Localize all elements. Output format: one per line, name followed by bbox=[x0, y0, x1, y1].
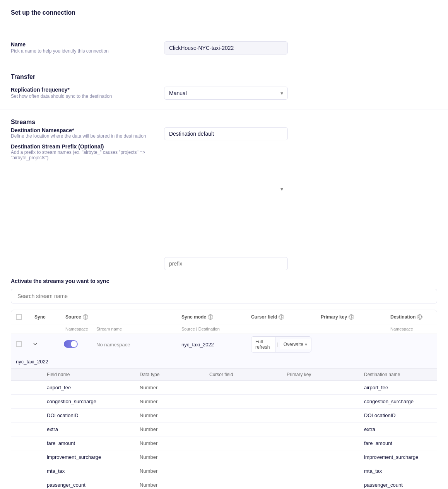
primary-key-header: Primary key ⓘ bbox=[316, 310, 386, 324]
field-dest-cell: mta_tax bbox=[359, 464, 437, 478]
stream-toggle-cell bbox=[61, 336, 92, 353]
field-dest-cell: congestion_surcharge bbox=[359, 395, 437, 408]
fields-header-row: Field name Data type Cursor field Primar… bbox=[11, 369, 437, 381]
dest-namespace-value: <destination schema> bbox=[437, 339, 437, 350]
field-row: mta_tax Number mta_tax bbox=[11, 464, 437, 478]
stream-toggle[interactable] bbox=[64, 340, 78, 348]
streams-section: Streams Destination Namespace* Define th… bbox=[0, 109, 448, 489]
field-row: airport_fee Number airport_fee bbox=[11, 381, 437, 395]
dest-stream-cell: nyc_taxi_2022 bbox=[11, 355, 30, 368]
field-row: improvement_surcharge Number improvement… bbox=[11, 450, 437, 464]
sync-mode-chevron-icon: ▾ bbox=[305, 342, 307, 347]
namespace-subheader: Namespace bbox=[61, 324, 92, 334]
replication-label-block: Replication frequency* Set how often dat… bbox=[11, 87, 158, 99]
cursor-field-header: Cursor field ⓘ bbox=[246, 310, 316, 324]
field-type-cell: Number bbox=[135, 381, 205, 394]
field-dest-cell: fare_amount bbox=[359, 436, 437, 450]
fields-rows-container: airport_fee Number airport_fee congestio… bbox=[11, 381, 437, 489]
field-row: congestion_surcharge Number congestion_s… bbox=[11, 395, 437, 409]
field-primary-cell bbox=[282, 440, 359, 447]
dest-prefix-desc: Add a prefix to stream names (ex. "airby… bbox=[11, 150, 158, 160]
field-dest-cell: improvement_surcharge bbox=[359, 450, 437, 464]
field-cell-empty bbox=[11, 426, 42, 433]
sync-label-header: Sync bbox=[30, 310, 61, 324]
name-label-block: Name Pick a name to help you identify th… bbox=[11, 41, 158, 54]
sync-mode-header: Sync mode ⓘ bbox=[177, 310, 246, 324]
field-cursor-cell bbox=[205, 398, 282, 406]
sync-header bbox=[11, 310, 30, 324]
streams-title: Streams bbox=[11, 119, 437, 126]
name-description: Pick a name to help you identify this co… bbox=[11, 48, 158, 54]
field-type-cell: Number bbox=[135, 409, 205, 422]
field-dest-cell: extra bbox=[359, 423, 437, 436]
replication-select[interactable]: Manual Every hour Every day Every week bbox=[164, 87, 288, 100]
dest-namespace-select-wrapper[interactable]: Destination default Custom Mirror source bbox=[164, 127, 288, 251]
dest-stream-name: nyc_taxi_2022 bbox=[16, 359, 48, 365]
dest-namespace-cell: <destination schema> bbox=[432, 335, 437, 354]
stream-checkbox[interactable] bbox=[16, 341, 22, 347]
destination-info-icon[interactable]: ⓘ bbox=[417, 314, 422, 320]
data-type-header: Data type bbox=[135, 369, 205, 380]
field-type-cell: Number bbox=[135, 464, 205, 478]
field-cell-empty bbox=[11, 440, 42, 447]
streams-table: Sync Source ⓘ Sync mode ⓘ Cursor field ⓘ… bbox=[11, 310, 437, 489]
source-info-icon[interactable]: ⓘ bbox=[83, 314, 88, 320]
replication-label: Replication frequency* bbox=[11, 87, 158, 93]
field-row: DOLocationID Number DOLocationID bbox=[11, 409, 437, 423]
field-cursor-cell bbox=[205, 481, 282, 489]
field-cell-empty bbox=[11, 481, 42, 489]
dest-namespace-desc: Define the location where the data will … bbox=[11, 133, 158, 139]
fields-table: Field name Data type Cursor field Primar… bbox=[11, 369, 437, 489]
dest-stream-name-subheader: Stream name bbox=[432, 324, 437, 334]
field-dest-cell: DOLocationID bbox=[359, 409, 437, 422]
transfer-section: Transfer Replication frequency* Set how … bbox=[0, 64, 448, 109]
stream-name: nyc_taxi_2022 bbox=[181, 342, 214, 348]
dest-prefix-label: Destination Stream Prefix (Optional) bbox=[11, 143, 158, 150]
field-primary-cell bbox=[282, 398, 359, 406]
field-name-cell: congestion_surcharge bbox=[42, 395, 135, 408]
field-cell-empty bbox=[11, 398, 42, 406]
field-primary-cell bbox=[282, 481, 359, 489]
field-primary-cell bbox=[282, 384, 359, 392]
field-name-header: Field name bbox=[42, 369, 135, 380]
field-row: extra Number extra bbox=[11, 423, 437, 436]
table-subheader-row: Namespace Stream name Source | Destinati… bbox=[11, 324, 437, 334]
primary-key-cell bbox=[386, 341, 432, 348]
dest-namespace-select[interactable]: Destination default Custom Mirror source bbox=[164, 127, 288, 140]
dest-prefix-input[interactable] bbox=[164, 257, 288, 270]
cursor-field-col-header: Cursor field bbox=[205, 369, 282, 380]
sync-mode-cell: Full refresh | Overwrite ▾ bbox=[246, 334, 316, 355]
field-cursor-cell bbox=[205, 440, 282, 447]
cursor-info-icon[interactable]: ⓘ bbox=[279, 314, 284, 320]
chevron-down-icon[interactable] bbox=[32, 341, 38, 347]
field-primary-cell bbox=[282, 426, 359, 433]
sync-mode-right[interactable]: Overwrite ▾ bbox=[280, 339, 311, 349]
field-row: passenger_count Number passenger_count bbox=[11, 478, 437, 489]
field-primary-cell bbox=[282, 467, 359, 475]
stream-expand-cell bbox=[30, 337, 61, 352]
field-type-cell: Number bbox=[135, 436, 205, 450]
field-cursor-cell bbox=[205, 453, 282, 461]
field-name-cell: DOLocationID bbox=[42, 409, 135, 422]
select-all-checkbox[interactable] bbox=[16, 314, 22, 320]
sync-mode-info-icon[interactable]: ⓘ bbox=[208, 314, 213, 320]
destination-ns-block: Destination Namespace* Define the locati… bbox=[11, 127, 437, 270]
field-cell-empty bbox=[11, 453, 42, 461]
primary-key-info-icon[interactable]: ⓘ bbox=[349, 314, 354, 320]
name-section: Name Pick a name to help you identify th… bbox=[0, 32, 448, 64]
stream-row: No namespace nyc_taxi_2022 Full refresh … bbox=[11, 334, 437, 369]
name-input[interactable] bbox=[164, 41, 288, 55]
stream-name-subheader: Stream name bbox=[92, 324, 177, 334]
primary-key-col-header: Primary key bbox=[282, 369, 359, 380]
destination-header: Destination ⓘ bbox=[386, 310, 437, 324]
stream-name-cell: nyc_taxi_2022 bbox=[177, 338, 246, 351]
search-stream-input[interactable] bbox=[11, 289, 437, 303]
header-section: Set up the connection bbox=[0, 0, 448, 32]
sync-mode-select[interactable]: Full refresh | Overwrite ▾ bbox=[251, 336, 311, 353]
replication-select-wrapper[interactable]: Manual Every hour Every day Every week bbox=[164, 87, 288, 100]
field-name-cell: fare_amount bbox=[42, 436, 135, 450]
activate-label: Activate the streams you want to sync bbox=[11, 278, 437, 284]
field-primary-cell bbox=[282, 453, 359, 461]
stream-namespace: No namespace bbox=[96, 342, 130, 348]
name-label: Name bbox=[11, 41, 158, 48]
